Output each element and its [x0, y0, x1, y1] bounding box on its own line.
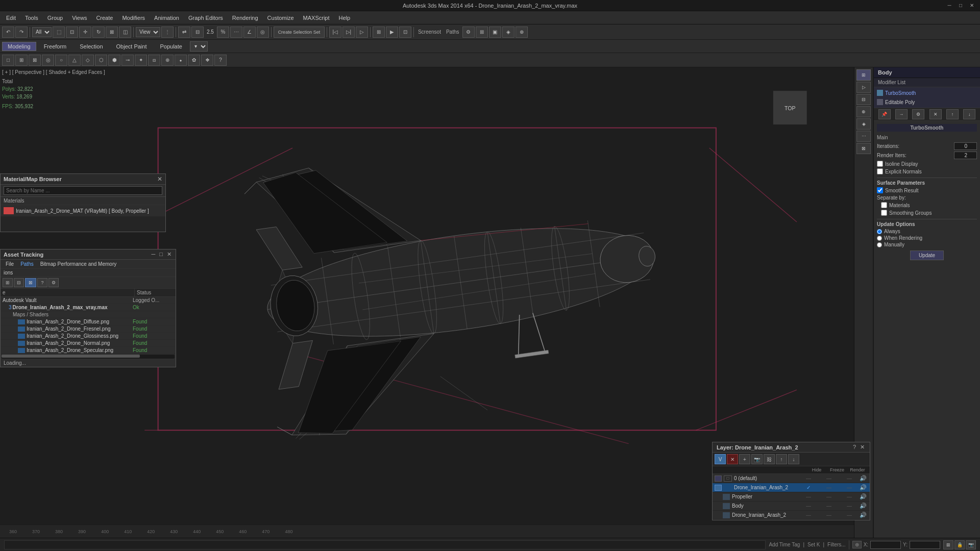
- at-row-vault[interactable]: Autodesk Vault Logged O...: [1, 297, 176, 304]
- menu-graph-editors[interactable]: Graph Editors: [184, 14, 227, 22]
- lp-tb-del-btn[interactable]: ✕: [727, 454, 738, 464]
- rt-btn-4[interactable]: ⊕: [856, 106, 871, 117]
- tab-object-paint[interactable]: Object Paint: [111, 42, 153, 51]
- set-k-button[interactable]: Set K: [807, 542, 820, 547]
- rotate-button[interactable]: ↻: [92, 27, 105, 38]
- menu-create[interactable]: Create: [92, 14, 117, 22]
- menu-maxscript[interactable]: MAXScript: [299, 14, 334, 22]
- menu-animation[interactable]: Animation: [150, 14, 183, 22]
- snap-button[interactable]: ⋮: [161, 27, 174, 38]
- obj-tool-2[interactable]: ⊞: [15, 55, 28, 66]
- at-row-glossiness[interactable]: Iranian_Arash_2_Drone_Glossiness.png Fou…: [1, 333, 176, 340]
- extra-btn5[interactable]: ⊕: [516, 27, 528, 38]
- lp-help-button[interactable]: ?: [852, 444, 857, 450]
- lp-tb-vray-btn[interactable]: V: [715, 454, 726, 464]
- obj-tool-17[interactable]: ?: [214, 55, 227, 66]
- menu-customize[interactable]: Customize: [263, 14, 298, 22]
- lp-close-button[interactable]: ✕: [859, 444, 866, 450]
- rt-btn-3[interactable]: ⊟: [856, 94, 871, 105]
- at-tb-btn-1[interactable]: ⊞: [3, 278, 13, 287]
- obj-tool-13[interactable]: ⊕: [161, 55, 174, 66]
- explicit-normals-checkbox[interactable]: [877, 168, 883, 174]
- angle-snap-btn[interactable]: ∠: [243, 27, 256, 38]
- minimize-button[interactable]: ─: [945, 2, 953, 10]
- rt-btn-7[interactable]: ⊠: [856, 143, 871, 154]
- smoothing-groups-checkbox[interactable]: [881, 210, 887, 216]
- obj-tool-1[interactable]: □: [2, 55, 14, 66]
- lp-layer-row-body[interactable]: Body — — — 🔊: [713, 502, 870, 511]
- at-maximize-button[interactable]: □: [158, 251, 164, 258]
- select-region-button[interactable]: ⊡: [66, 27, 78, 38]
- next-frame-btn[interactable]: ▷|: [342, 27, 355, 38]
- obj-tool-14[interactable]: ⬥: [175, 55, 187, 66]
- at-menu-bitmap[interactable]: Bitmap Performance and Memory: [37, 261, 120, 267]
- menu-help[interactable]: Help: [335, 14, 355, 22]
- at-tb-btn-2[interactable]: ⊟: [14, 278, 24, 287]
- mod-tool-config[interactable]: ⚙: [912, 109, 924, 119]
- tab-selection[interactable]: Selection: [74, 42, 108, 51]
- rt-btn-2[interactable]: ▷: [856, 82, 871, 93]
- status-input-area[interactable]: [4, 540, 766, 549]
- lp-tb-chain-btn[interactable]: ⛓: [764, 454, 775, 464]
- at-menu-file[interactable]: File: [3, 261, 17, 267]
- obj-tool-12[interactable]: ⧈: [148, 55, 160, 66]
- at-tb-btn-4[interactable]: ?: [37, 278, 47, 287]
- lp-tb-up-btn[interactable]: ↑: [776, 454, 787, 464]
- extra-btn3[interactable]: ▣: [489, 27, 501, 38]
- mat-browser-item[interactable]: Iranian_Arash_2_Drone_MAT (VRayMtl) [ Bo…: [1, 205, 165, 216]
- lp-layer-row-drone-sub[interactable]: Drone_Iranian_Arash_2 — — — 🔊: [713, 511, 870, 520]
- at-row-max-file[interactable]: 3 Drone_Iranian_Arash_2_max_vray.max Ok: [1, 304, 176, 311]
- obj-tool-6[interactable]: △: [68, 55, 81, 66]
- manually-radio[interactable]: [877, 242, 882, 247]
- y-value[interactable]: [910, 541, 940, 549]
- render-setup-btn[interactable]: ⊞: [373, 27, 385, 38]
- scale-button[interactable]: ⊠: [106, 27, 118, 38]
- tab-populate[interactable]: Populate: [154, 42, 187, 51]
- update-button[interactable]: Update: [910, 251, 944, 260]
- menu-group[interactable]: Group: [43, 14, 67, 22]
- obj-tool-8[interactable]: ⬡: [95, 55, 107, 66]
- materials-checkbox[interactable]: [881, 202, 887, 208]
- mirror-button[interactable]: ⇄: [178, 27, 190, 38]
- obj-tool-4[interactable]: ◎: [42, 55, 54, 66]
- at-tb-btn-5[interactable]: ⚙: [48, 278, 59, 287]
- add-time-tag-button[interactable]: Add Time Tag: [769, 542, 800, 547]
- move-button[interactable]: ✛: [79, 27, 91, 38]
- at-row-normal[interactable]: Iranian_Arash_2_Drone_Normal.png Found: [1, 340, 176, 347]
- close-button[interactable]: ✕: [968, 2, 976, 10]
- rt-btn-5[interactable]: ◈: [856, 118, 871, 130]
- extra-btn4[interactable]: ◈: [502, 27, 514, 38]
- prev-frame-btn[interactable]: |◁: [329, 27, 341, 38]
- at-tb-btn-active[interactable]: ⊠: [25, 278, 36, 287]
- rt-btn-1[interactable]: ⊞: [856, 69, 871, 81]
- at-row-diffuse[interactable]: Iranian_Arash_2_Drone_Diffuse.png Found: [1, 318, 176, 325]
- turbosmooh-modifier-item[interactable]: TurboSmooth: [876, 88, 978, 97]
- obj-tool-3[interactable]: ⊠: [29, 55, 41, 66]
- when-rendering-radio[interactable]: [877, 236, 882, 241]
- obj-tool-16[interactable]: ❖: [201, 55, 213, 66]
- status-grid-btn[interactable]: ⊞: [943, 540, 953, 549]
- create-sel-btn[interactable]: Create Selection Set: [274, 27, 325, 38]
- view-select[interactable]: View: [136, 27, 160, 37]
- extra-btn2[interactable]: ⊞: [476, 27, 488, 38]
- render-btn[interactable]: ▶: [386, 27, 398, 38]
- menu-views[interactable]: Views: [68, 14, 91, 22]
- lp-layer-checkbox-default[interactable]: □: [724, 475, 732, 482]
- always-radio[interactable]: [877, 229, 882, 234]
- lp-layer-row-drone[interactable]: Drone_Iranian_Arash_2 ✓ — — 🔊: [713, 483, 870, 492]
- at-close-button[interactable]: ✕: [166, 251, 173, 258]
- at-minimize-button[interactable]: ─: [151, 251, 157, 258]
- redo-button[interactable]: ↷: [15, 27, 28, 38]
- smooth-result-checkbox[interactable]: [877, 187, 883, 193]
- rt-btn-6[interactable]: ⋯: [856, 131, 871, 142]
- at-row-specular[interactable]: Iranian_Arash_2_Drone_Specular.png Found: [1, 347, 176, 354]
- isoline-checkbox[interactable]: [877, 161, 883, 167]
- menu-modifiers[interactable]: Modifiers: [118, 14, 149, 22]
- at-scrollbar[interactable]: [2, 355, 175, 359]
- status-cam-btn[interactable]: 📷: [966, 540, 976, 549]
- ref-coord-button[interactable]: ◫: [119, 27, 131, 38]
- lp-layer-row-default[interactable]: □ 0 (default) — — — 🔊: [713, 474, 870, 483]
- snap3d-btn[interactable]: ⋯: [230, 27, 242, 38]
- obj-tool-11[interactable]: ✦: [135, 55, 147, 66]
- tab-freeform[interactable]: Freeform: [38, 42, 72, 51]
